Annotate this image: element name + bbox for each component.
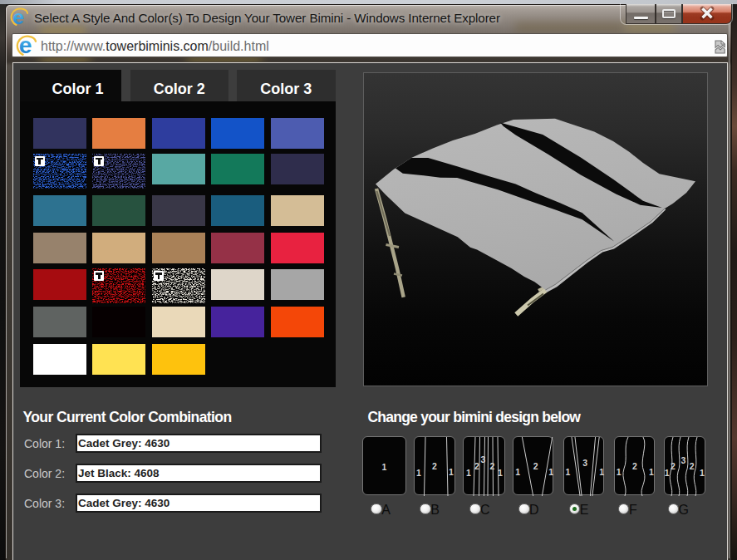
svg-text:1: 1 [649,468,654,477]
svg-text:1: 1 [548,468,553,477]
svg-text:1: 1 [599,468,604,477]
svg-text:3: 3 [680,456,685,465]
svg-text:2: 2 [490,462,495,471]
svg-text:1: 1 [449,467,454,477]
svg-text:1: 1 [382,462,387,472]
svg-text:1: 1 [665,469,670,478]
svg-text:1: 1 [616,468,621,477]
svg-text:2: 2 [671,462,676,471]
svg-text:1: 1 [416,468,421,478]
svg-text:3: 3 [481,455,486,464]
svg-text:1: 1 [498,469,503,478]
svg-text:2: 2 [632,462,637,471]
svg-text:1: 1 [700,469,705,478]
svg-text:2: 2 [432,461,437,471]
svg-text:2: 2 [474,462,479,471]
svg-text:3: 3 [582,459,587,468]
svg-text:1: 1 [566,468,571,477]
svg-text:1: 1 [466,469,471,478]
svg-text:2: 2 [689,462,694,471]
svg-text:1: 1 [515,468,520,477]
svg-text:2: 2 [533,462,538,471]
